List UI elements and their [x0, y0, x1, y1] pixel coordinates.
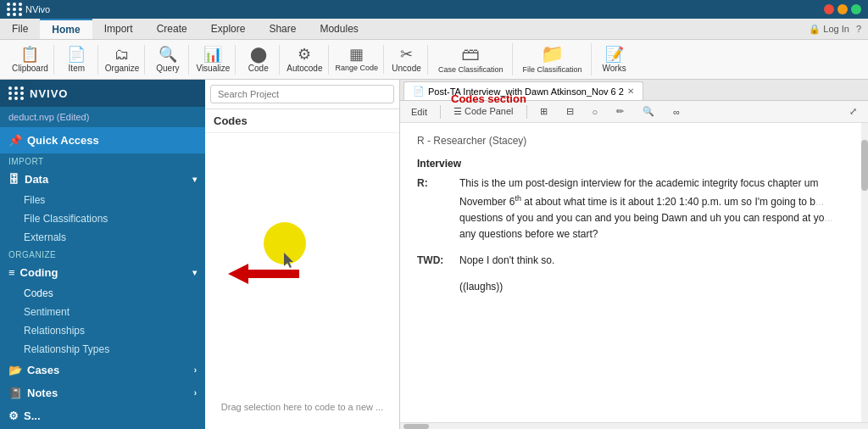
zoom-button[interactable]: 🔍 [637, 103, 660, 120]
cases-icon: 📂 [8, 364, 22, 376]
visualize-icon: 📊 [203, 47, 222, 62]
sidebar-sub-codes[interactable]: Codes [0, 284, 205, 303]
codes-body: Drag selection here to code to a new ... [205, 133, 399, 429]
doc-text-3: ((laughs)) [459, 279, 851, 295]
layout-button[interactable]: ⊟ [560, 103, 580, 120]
organize-label: Organize [105, 64, 140, 73]
tab-home[interactable]: Home [40, 19, 92, 39]
item-icon: 📄 [67, 47, 86, 62]
maximize-btn[interactable] [851, 4, 861, 14]
circle-button[interactable]: ○ [587, 104, 604, 120]
edit-button[interactable]: Edit [405, 104, 433, 120]
data-icon: 🗄 [8, 173, 19, 186]
query-icon: 🔍 [159, 47, 177, 62]
sidebar-item-notes[interactable]: 📓 Notes › [0, 382, 205, 404]
arrow-body [248, 270, 299, 278]
ribbon-group-case-classification: 🗃 Case Classification [430, 43, 513, 75]
app-name: NVIVO [30, 87, 68, 100]
ribbon-group-file-classification: 📁 File Classification [515, 43, 592, 75]
sidebar-quick-access[interactable]: 📌 Quick Access [0, 127, 205, 153]
sidebar-sub-relationship-types[interactable]: Relationship Types [0, 340, 205, 359]
tab-create[interactable]: Create [145, 19, 199, 39]
panels-row: Codes D [205, 80, 868, 429]
doc-line-2: TWD: Nope I don't think so. [417, 253, 851, 269]
doc-header: R - Researcher (Stacey) [417, 133, 851, 149]
notes-label: Notes [27, 387, 58, 399]
horizontal-scrollbar[interactable] [400, 422, 868, 429]
document-panel: 📄 Post-TA Interview_with Dawn Atkinson_N… [400, 80, 868, 429]
view-button[interactable]: ⊞ [534, 103, 554, 120]
sidebar-item-coding[interactable]: ≡ Coding ▾ [0, 261, 205, 284]
doc-text-1: This is the um post-design interview for… [459, 176, 851, 242]
doc-body[interactable]: R - Researcher (Stacey) Interview R: Thi… [400, 123, 868, 422]
case-classification-label: Case Classification [438, 65, 504, 74]
tab-explore[interactable]: Explore [199, 19, 258, 39]
code-panel-button[interactable]: ☰ Code Panel [448, 103, 520, 120]
clipboard-label: Clipboard [12, 64, 48, 73]
window-controls[interactable] [824, 4, 861, 14]
help-icon[interactable]: ? [856, 24, 861, 34]
coding-icon: ≡ [8, 266, 15, 279]
rangecode-label: Range Code [336, 64, 379, 72]
ribbon: File Home Import Create Explore Share Mo… [0, 19, 868, 80]
pen-button[interactable]: ✏ [610, 103, 630, 120]
tab-share[interactable]: Share [257, 19, 308, 39]
sidebar-sub-files[interactable]: Files [0, 191, 205, 209]
more-button[interactable]: ∞ [667, 104, 686, 120]
ribbon-group-item: 📄 Item [56, 45, 98, 75]
sidebar-item-data[interactable]: 🗄 Data ▾ [0, 168, 205, 191]
ribbon-group-organize: 🗂 Organize [100, 45, 146, 75]
app-logo [7, 3, 23, 16]
login-link[interactable]: 🔒 Log In [809, 24, 849, 35]
sidebar-sub-relationships[interactable]: Relationships [0, 321, 205, 340]
s-icon: ⚙ [8, 410, 19, 422]
tab-import[interactable]: Import [92, 19, 145, 39]
autocode-icon: ⚙ [298, 47, 311, 62]
ribbon-group-query: 🔍 Query [147, 45, 189, 75]
title-bar: NVivo [0, 0, 868, 19]
sidebar: NVIVO deduct.nvp (Edited) 📌 Quick Access… [0, 80, 205, 429]
tab-modules[interactable]: Modules [308, 19, 370, 39]
notes-chevron: › [194, 388, 197, 398]
drag-hint: Drag selection here to code to a new ... [205, 402, 399, 412]
sidebar-item-s[interactable]: ⚙ S... [0, 404, 205, 427]
scrollbar-track[interactable] [861, 123, 868, 422]
sidebar-section-import: IMPORT [0, 153, 205, 168]
uncode-icon: ✂ [400, 47, 413, 62]
works-label: Works [603, 64, 626, 73]
sidebar-sub-sentiment[interactable]: Sentiment [0, 303, 205, 321]
codes-title: Codes [205, 109, 399, 133]
app-container: File Home Import Create Explore Share Mo… [0, 19, 868, 429]
title-text: NVivo [25, 4, 50, 14]
sidebar-item-cases[interactable]: 📂 Cases › [0, 359, 205, 382]
expand-button[interactable]: ⤢ [843, 103, 863, 120]
tab-file[interactable]: File [0, 19, 40, 39]
annotation-arrow [228, 264, 299, 284]
code-label: Code [248, 64, 269, 73]
works-icon: 📝 [605, 47, 624, 62]
annotation-text: Codes section [451, 92, 526, 105]
coding-chevron: ▾ [192, 268, 197, 277]
ribbon-group-clipboard: 📋 Clipboard [7, 45, 54, 75]
doc-icon: 📄 [413, 86, 425, 97]
sidebar-sub-externals[interactable]: Externals [0, 228, 205, 247]
doc-section-header: Interview [417, 156, 851, 172]
s-label: S... [24, 410, 41, 422]
body-layout: NVIVO deduct.nvp (Edited) 📌 Quick Access… [0, 80, 868, 429]
toolbar-separator-2 [526, 105, 527, 119]
minimize-btn[interactable] [837, 4, 848, 14]
doc-tab-close[interactable]: ✕ [627, 86, 634, 96]
pin-icon: 📌 [8, 134, 22, 147]
file-classification-label: File Classification [523, 65, 582, 74]
rangecode-icon: ▦ [349, 47, 364, 62]
clipboard-icon: 📋 [20, 47, 39, 62]
sidebar-section-organize: ORGANIZE [0, 247, 205, 261]
h-scrollbar-thumb[interactable] [403, 424, 429, 429]
search-input[interactable] [210, 85, 394, 103]
speaker-r: R: [417, 176, 451, 242]
sidebar-sub-file-classifications[interactable]: File Classifications [0, 209, 205, 228]
code-icon: ⬤ [250, 47, 267, 62]
scrollbar-thumb[interactable] [861, 140, 868, 191]
main-content: Codes D [205, 80, 868, 429]
close-btn[interactable] [824, 4, 834, 14]
